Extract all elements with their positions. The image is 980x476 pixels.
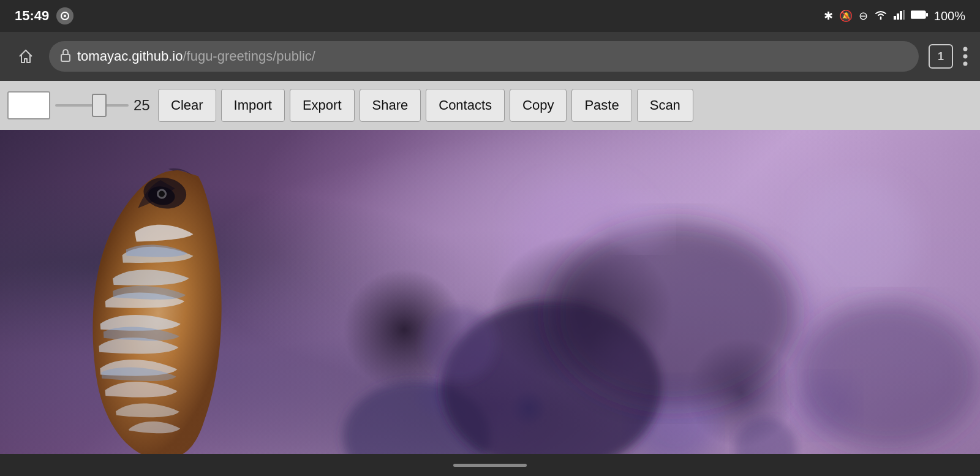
status-time: 15:49 xyxy=(15,8,49,24)
status-left: 15:49 xyxy=(15,7,74,25)
battery-percent: 100% xyxy=(934,9,965,23)
lock-icon xyxy=(60,48,71,65)
svg-rect-8 xyxy=(61,55,70,61)
svg-rect-7 xyxy=(926,13,928,17)
copy-button[interactable]: Copy xyxy=(510,89,567,122)
share-button[interactable]: Share xyxy=(360,89,421,122)
status-right: ✱ 🔕 ⊖ 100% xyxy=(824,9,965,23)
svg-point-1 xyxy=(64,15,66,17)
browser-bar: tomayac.github.io/fugu-greetings/public/… xyxy=(0,32,980,81)
contacts-button[interactable]: Contacts xyxy=(426,89,505,122)
svg-rect-2 xyxy=(894,16,896,20)
brush-size-slider[interactable] xyxy=(55,104,129,107)
svg-point-26 xyxy=(423,308,496,381)
launcher-icon xyxy=(56,7,74,25)
export-button[interactable]: Export xyxy=(290,89,355,122)
import-button[interactable]: Import xyxy=(221,89,285,122)
svg-rect-3 xyxy=(897,13,899,20)
slider-value: 25 xyxy=(134,97,153,114)
url-domain: tomayac.github.io xyxy=(77,48,183,64)
svg-point-11 xyxy=(963,62,968,66)
svg-point-28 xyxy=(616,194,671,249)
paste-button[interactable]: Paste xyxy=(571,89,631,122)
url-path: /fugu-greetings/public/ xyxy=(183,48,315,64)
dnd-icon: ⊖ xyxy=(859,9,868,23)
svg-rect-5 xyxy=(903,10,905,20)
color-swatch[interactable] xyxy=(7,91,50,119)
tab-switcher-button[interactable]: 1 xyxy=(929,44,953,69)
bottom-navigation-bar xyxy=(0,454,980,476)
svg-point-25 xyxy=(796,301,980,448)
battery-icon xyxy=(911,10,928,23)
address-bar[interactable]: tomayac.github.io/fugu-greetings/public/ xyxy=(49,41,919,72)
status-bar: 15:49 ✱ 🔕 ⊖ xyxy=(0,0,980,32)
svg-point-10 xyxy=(963,55,968,59)
more-options-button[interactable] xyxy=(963,45,968,67)
svg-rect-6 xyxy=(911,11,925,18)
home-button[interactable] xyxy=(12,43,39,70)
wifi-icon xyxy=(874,10,888,23)
home-indicator xyxy=(453,464,527,467)
toolbar: 25 Clear Import Export Share Contacts Co… xyxy=(0,81,980,130)
slider-thumb xyxy=(92,94,107,117)
svg-rect-4 xyxy=(900,11,902,20)
svg-point-14 xyxy=(796,179,919,301)
svg-point-9 xyxy=(963,47,968,51)
scan-button[interactable]: Scan xyxy=(637,89,693,122)
signal-icon xyxy=(894,10,905,23)
mute-icon: 🔕 xyxy=(839,9,853,23)
browser-actions: 1 xyxy=(929,44,968,69)
main-canvas-area[interactable] xyxy=(0,130,980,476)
fish-illustration xyxy=(0,130,980,476)
slider-container: 25 xyxy=(55,97,153,114)
bluetooth-icon: ✱ xyxy=(824,9,833,23)
clear-button[interactable]: Clear xyxy=(158,89,216,122)
url-display: tomayac.github.io/fugu-greetings/public/ xyxy=(77,48,315,64)
svg-point-24 xyxy=(551,222,796,406)
